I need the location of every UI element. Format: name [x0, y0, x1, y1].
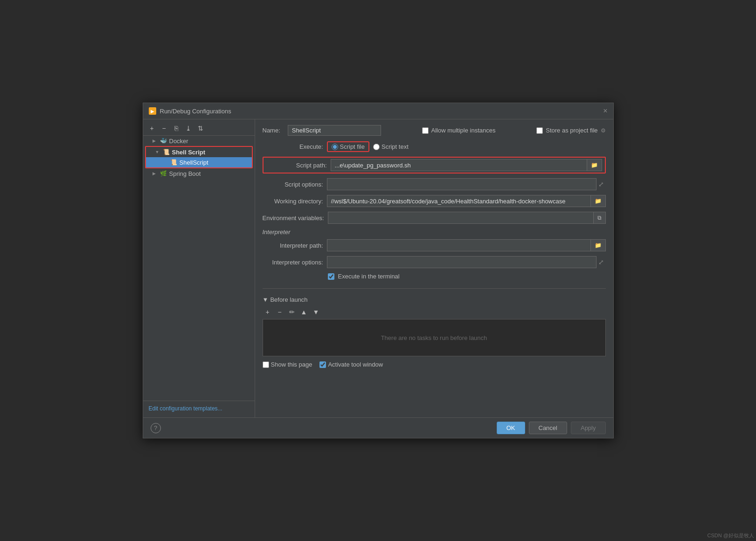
working-directory-group: 📁: [327, 195, 606, 207]
sidebar-item-shell-script[interactable]: ▼ 📜 Shell Script: [146, 147, 252, 157]
activate-tool-window-label: Activate tool window: [328, 361, 383, 368]
script-options-input[interactable]: [327, 178, 596, 190]
working-directory-input[interactable]: [327, 195, 591, 207]
script-text-option[interactable]: Script text: [373, 143, 409, 150]
script-options-label: Script options:: [263, 181, 323, 188]
script-options-expand-button[interactable]: ⤢: [596, 180, 606, 188]
allow-multiple-checkbox[interactable]: [422, 127, 429, 134]
before-launch-section: ▼ Before launch + − ✏ ▲ ▼ There are no t…: [263, 296, 606, 368]
footer-buttons: OK Cancel Apply: [497, 422, 606, 434]
spring-boot-toggle: ▶: [153, 171, 158, 176]
copy-config-button[interactable]: ⎘: [171, 123, 181, 133]
edit-templates-link[interactable]: Edit configuration templates...: [149, 405, 222, 412]
activate-tool-window-group: Activate tool window: [319, 361, 383, 368]
script-file-radio[interactable]: [332, 144, 338, 150]
env-variables-browse-button[interactable]: ⧉: [594, 212, 606, 224]
interpreter-path-label: Interpreter path:: [263, 242, 323, 249]
before-launch-placeholder: There are no tasks to run before launch: [381, 334, 487, 341]
right-panel: Name: Allow multiple instances Store as …: [255, 119, 613, 417]
execute-label: Execute:: [263, 143, 323, 150]
sidebar-item-spring-boot[interactable]: ▶ 🌿 Spring Boot: [143, 168, 255, 179]
script-options-row: Script options: ⤢: [263, 178, 606, 190]
apply-button[interactable]: Apply: [571, 422, 606, 434]
script-options-group: ⤢: [327, 178, 606, 190]
sidebar: + − ⎘ ⤓ ⇅ ▶ 🐳 Docker ▼ 📜 Shell Script: [143, 119, 255, 417]
show-this-page-checkbox[interactable]: [263, 361, 269, 368]
spring-boot-icon: 🌿: [160, 170, 167, 177]
script-path-browse-button[interactable]: 📁: [587, 159, 602, 171]
dialog-icon: ▶: [149, 107, 156, 115]
sidebar-item-shellscript-child[interactable]: 📜 ShellScript: [146, 157, 252, 167]
cancel-button[interactable]: Cancel: [529, 422, 567, 434]
execute-row: Execute: Script file Script text: [263, 141, 606, 152]
footer-left: ?: [151, 423, 161, 433]
sidebar-item-spring-boot-label: Spring Boot: [169, 170, 201, 177]
store-as-project-group: Store as project file ⚙: [536, 127, 605, 134]
before-launch-edit-button[interactable]: ✏: [287, 307, 297, 317]
env-variables-input[interactable]: [328, 212, 594, 224]
script-text-radio[interactable]: [373, 144, 380, 150]
interpreter-options-input[interactable]: [327, 256, 596, 268]
interpreter-options-row: Interpreter options: ⤢: [263, 256, 606, 268]
before-launch-add-button[interactable]: +: [263, 307, 273, 317]
before-launch-box: There are no tasks to run before launch: [263, 319, 606, 356]
script-file-option[interactable]: Script file: [327, 141, 369, 152]
sidebar-item-shellscript-child-label: ShellScript: [180, 159, 208, 166]
script-path-input-group: 📁: [331, 159, 602, 171]
execute-in-terminal-checkbox[interactable]: [328, 273, 334, 280]
interpreter-path-input[interactable]: [327, 239, 591, 251]
env-variables-label: Environment variables:: [263, 215, 324, 222]
allow-multiple-label: Allow multiple instances: [431, 127, 496, 134]
interpreter-options-group: ⤢: [327, 256, 606, 268]
interpreter-options-expand-button[interactable]: ⤢: [596, 258, 606, 266]
interpreter-path-row: Interpreter path: 📁: [263, 239, 606, 251]
before-launch-header[interactable]: ▼ Before launch: [263, 296, 606, 303]
working-directory-browse-button[interactable]: 📁: [591, 195, 606, 207]
env-variables-group: ⧉: [328, 212, 606, 224]
store-project-settings-icon: ⚙: [601, 127, 606, 134]
remove-config-button[interactable]: −: [159, 123, 169, 133]
bottom-checkboxes: Show this page Activate tool window: [263, 361, 606, 368]
dialog-footer: ? OK Cancel Apply: [143, 417, 613, 438]
before-launch-down-button[interactable]: ▼: [311, 307, 321, 317]
sidebar-item-docker-label: Docker: [169, 138, 188, 145]
sidebar-item-docker[interactable]: ▶ 🐳 Docker: [143, 136, 255, 146]
before-launch-remove-button[interactable]: −: [275, 307, 285, 317]
name-input[interactable]: [288, 125, 381, 136]
env-variables-row: Environment variables: ⧉: [263, 212, 606, 224]
add-config-button[interactable]: +: [147, 123, 157, 133]
name-label: Name:: [263, 127, 280, 134]
divider: [263, 288, 606, 289]
before-launch-chevron: ▼: [263, 296, 269, 303]
help-button[interactable]: ?: [151, 423, 161, 433]
show-this-page-label: Show this page: [271, 361, 312, 368]
interpreter-options-label: Interpreter options:: [263, 259, 323, 266]
script-path-row: Script path: 📁: [263, 157, 606, 173]
script-path-label: Script path:: [266, 162, 327, 169]
shell-script-toggle: ▼: [155, 150, 161, 154]
sidebar-toolbar: + − ⎘ ⤓ ⇅: [143, 121, 255, 136]
close-button[interactable]: ×: [603, 107, 607, 115]
activate-tool-window-checkbox[interactable]: [319, 361, 326, 368]
working-directory-label: Working directory:: [263, 198, 323, 205]
sort-config-button[interactable]: ⇅: [195, 123, 206, 133]
allow-multiple-group: Allow multiple instances: [422, 127, 496, 134]
shellscript-child-icon: 📜: [170, 159, 178, 166]
working-directory-row: Working directory: 📁: [263, 195, 606, 207]
before-launch-toolbar: + − ✏ ▲ ▼: [263, 307, 606, 317]
main-content: + − ⎘ ⤓ ⇅ ▶ 🐳 Docker ▼ 📜 Shell Script: [143, 119, 613, 417]
interpreter-label: Interpreter: [263, 229, 291, 236]
execute-in-terminal-label: Execute in the terminal: [338, 273, 400, 280]
docker-toggle: ▶: [153, 139, 158, 143]
move-config-button[interactable]: ⤓: [183, 123, 194, 133]
sidebar-bottom: Edit configuration templates...: [143, 401, 255, 416]
shell-script-icon: 📜: [163, 148, 170, 156]
interpreter-path-browse-button[interactable]: 📁: [591, 239, 606, 251]
store-as-project-checkbox[interactable]: [536, 127, 543, 134]
store-as-project-label: Store as project file: [546, 127, 597, 134]
ok-button[interactable]: OK: [497, 422, 525, 434]
script-path-input[interactable]: [331, 159, 587, 171]
title-bar: ▶ Run/Debug Configurations ×: [143, 103, 613, 119]
before-launch-up-button[interactable]: ▲: [299, 307, 309, 317]
execute-in-terminal-row: Execute in the terminal: [263, 273, 606, 280]
